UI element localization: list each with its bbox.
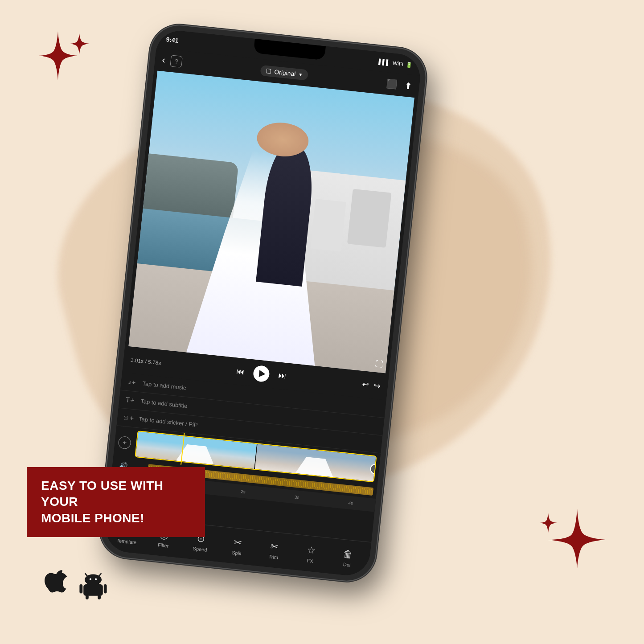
thumb-add-icon: + — [373, 466, 377, 472]
subtitle-track-label[interactable]: Tap to add subtitle — [140, 398, 188, 410]
sparkle-small-icon — [70, 33, 89, 54]
svg-rect-8 — [86, 595, 89, 599]
music-track-label[interactable]: Tap to add music — [142, 380, 186, 391]
play-button[interactable] — [253, 365, 271, 383]
building-detail2 — [310, 199, 346, 252]
apple-logo-icon — [45, 569, 69, 599]
back-button[interactable]: ‹ — [161, 54, 166, 66]
del-label: Del — [343, 562, 351, 568]
music-track-icon: ♪+ — [124, 374, 139, 390]
svg-rect-5 — [83, 584, 103, 596]
battery-icon: 🔋 — [406, 62, 413, 68]
sparkle-right-small-icon — [539, 513, 557, 533]
banner-line1: EASY TO USE WITH YOUR — [41, 478, 191, 510]
sparkle-bottom-right — [537, 500, 608, 573]
del-icon: 🗑 — [342, 548, 353, 560]
fx-label: FX — [307, 558, 313, 563]
share-button[interactable]: ⬆ — [404, 80, 413, 92]
current-time: 1.01s — [130, 357, 144, 365]
red-banner: EASY TO USE WITH YOUR MOBILE PHONE! — [27, 467, 205, 537]
svg-point-3 — [90, 578, 91, 580]
trim-label: Trim — [268, 554, 279, 560]
sticker-track-icon: ☺+ — [120, 410, 136, 426]
trim-icon: ✂ — [270, 540, 279, 553]
ruler-mark-4s: 4s — [348, 500, 353, 505]
toolbar-right: ⬛ ⬆ — [386, 78, 413, 91]
nav-del[interactable]: 🗑 Del — [334, 547, 361, 569]
original-mode-label: Original — [274, 68, 296, 78]
play-icon — [258, 370, 266, 377]
toolbar-left: ‹ ? — [161, 54, 183, 68]
nav-trim[interactable]: ✂ Trim — [261, 539, 287, 561]
video-preview: ⛶ — [128, 70, 414, 373]
svg-rect-9 — [98, 595, 101, 599]
skip-forward-button[interactable]: ⏭ — [278, 371, 287, 381]
video-add-icon: + — [122, 439, 127, 447]
split-label: Split — [232, 550, 242, 556]
original-mode-icon: ☐ — [266, 67, 272, 75]
video-add-button[interactable]: + — [118, 436, 131, 450]
sticker-track-label[interactable]: Tap to add sticker / PiP — [139, 415, 198, 428]
svg-point-2 — [85, 574, 102, 585]
split-icon: ✂ — [233, 537, 242, 549]
building-detail1 — [347, 189, 392, 248]
undo-button[interactable]: ↩ — [361, 379, 369, 390]
sparkle-right-large-icon — [546, 509, 606, 569]
ruler-mark-2s: 2s — [241, 489, 246, 494]
ruler-mark-3s: 3s — [294, 494, 299, 500]
nav-split[interactable]: ✂ Split — [224, 536, 250, 557]
fullscreen-button[interactable]: ⛶ — [374, 359, 383, 369]
svg-rect-7 — [104, 584, 107, 593]
dropdown-icon: ▼ — [298, 72, 303, 77]
svg-rect-6 — [79, 584, 82, 593]
time-display: 1.01s / 5.78s — [130, 357, 161, 366]
total-time: 5.78s — [148, 359, 161, 366]
speed-label: Speed — [193, 546, 207, 552]
wifi-icon: WiFi — [392, 60, 403, 67]
signal-icon: ▌▌▌ — [378, 58, 390, 66]
status-icons: ▌▌▌ WiFi 🔋 — [378, 58, 413, 68]
fx-icon: ☆ — [306, 544, 316, 557]
sparkle-large-icon — [38, 31, 78, 80]
wedding-photo: ⛶ — [128, 70, 414, 373]
svg-point-4 — [95, 578, 97, 580]
question-icon: ? — [174, 57, 178, 65]
os-icons — [36, 569, 108, 599]
redo-button[interactable]: ↪ — [373, 381, 381, 391]
nav-fx[interactable]: ☆ FX — [298, 543, 324, 565]
skip-back-button[interactable]: ⏮ — [236, 366, 245, 377]
undo-redo: ↩ ↪ — [361, 379, 381, 391]
subtitle-track-icon: T+ — [122, 392, 138, 408]
template-label: Template — [116, 537, 137, 545]
status-time: 9:41 — [166, 36, 179, 44]
android-icon — [78, 569, 108, 599]
question-button[interactable]: ? — [170, 55, 183, 68]
controls-center: ⏮ ⏭ — [236, 363, 287, 385]
save-button[interactable]: ⬛ — [386, 78, 398, 90]
banner-line2: MOBILE PHONE! — [41, 510, 191, 526]
sparkle-top-left — [36, 27, 89, 86]
filter-label: Filter — [157, 542, 169, 548]
toolbar-center[interactable]: ☐ Original ▼ — [260, 65, 308, 81]
